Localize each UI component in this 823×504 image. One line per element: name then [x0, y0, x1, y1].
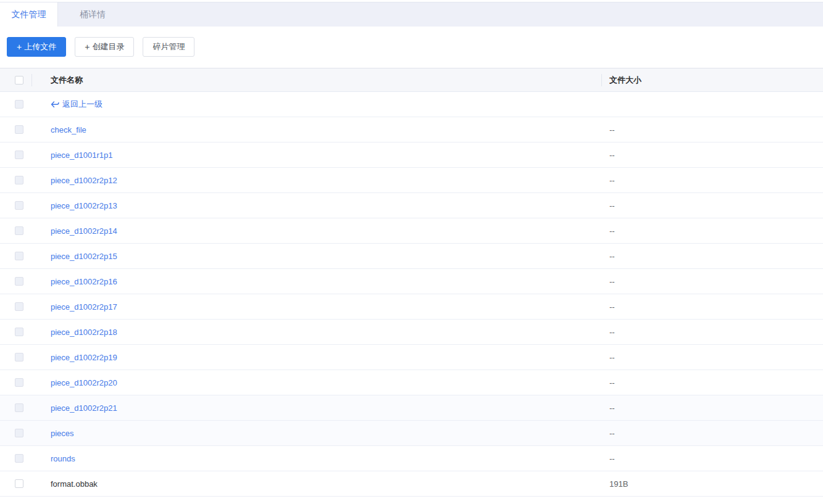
folder-link[interactable]: piece_d1002r2p15: [51, 252, 117, 261]
file-size-cell: --: [602, 201, 823, 210]
row-checkbox: [15, 429, 23, 437]
table-row: piece_d1002r2p20 --: [0, 370, 823, 395]
table-row: format.obbak 191B: [0, 471, 823, 497]
upload-file-button[interactable]: + 上传文件: [7, 37, 66, 57]
select-all-checkbox[interactable]: [15, 76, 23, 85]
table-row: piece_d1002r2p18 --: [0, 320, 823, 345]
back-arrow-icon: [51, 101, 59, 108]
folder-link[interactable]: piece_d1002r2p17: [51, 302, 117, 312]
table-row: pieces --: [0, 421, 823, 446]
upload-file-button-label: 上传文件: [24, 41, 56, 52]
row-checkbox-cell: [0, 328, 31, 336]
plus-icon: +: [85, 43, 90, 51]
folder-link[interactable]: piece_d1002r2p13: [51, 201, 117, 210]
tab-bucket-details[interactable]: 桶详情: [58, 2, 127, 27]
folder-link[interactable]: piece_d1002r2p18: [51, 328, 117, 337]
row-checkbox-cell: [0, 176, 31, 184]
create-directory-button-label: 创建目录: [92, 41, 124, 52]
row-checkbox-cell: [0, 429, 31, 437]
create-directory-button[interactable]: + 创建目录: [75, 37, 134, 57]
plus-icon: +: [17, 43, 22, 51]
row-checkbox-cell: [0, 100, 31, 109]
folder-link[interactable]: piece_d1002r2p14: [51, 226, 117, 236]
file-size-cell: --: [602, 252, 823, 261]
row-checkbox: [15, 353, 23, 361]
row-checkbox: [15, 328, 23, 336]
folder-link[interactable]: check_file: [51, 125, 86, 134]
row-checkbox: [15, 252, 23, 260]
table-row: check_file --: [0, 117, 823, 143]
file-size-value: 191B: [609, 479, 628, 489]
row-checkbox-cell: [0, 353, 31, 361]
file-size-cell: --: [602, 277, 823, 286]
file-size-cell: --: [602, 176, 823, 185]
row-checkbox-cell: [0, 201, 31, 210]
back-to-parent-link[interactable]: 返回上一级: [51, 99, 102, 110]
row-checkbox: [15, 277, 23, 286]
row-checkbox-cell: [0, 403, 31, 412]
table-row: piece_d1002r2p16 --: [0, 269, 823, 294]
row-checkbox-cell: [0, 454, 31, 463]
table-row: piece_d1002r2p21 --: [0, 395, 823, 421]
file-size-cell: --: [602, 429, 823, 438]
file-size-value: --: [609, 277, 615, 286]
folder-link[interactable]: rounds: [51, 454, 75, 463]
fragment-management-button[interactable]: 碎片管理: [143, 37, 194, 57]
folder-link[interactable]: piece_d1001r1p1: [51, 151, 112, 160]
file-size-cell: --: [602, 353, 823, 362]
table-row: rounds --: [0, 446, 823, 471]
table-row: piece_d1002r2p15 --: [0, 244, 823, 269]
toolbar: + 上传文件 + 创建目录 碎片管理: [7, 37, 823, 57]
tab-file-management[interactable]: 文件管理: [0, 2, 58, 27]
file-size-cell: --: [602, 454, 823, 463]
file-size-value: --: [609, 378, 615, 387]
file-table: 文件名称 文件大小 返回上一级 check_file: [0, 68, 823, 497]
file-size-value: --: [609, 403, 615, 413]
row-checkbox: [15, 378, 23, 387]
file-size-value: --: [609, 176, 615, 185]
table-row: piece_d1002r2p14 --: [0, 218, 823, 244]
file-size-cell: --: [602, 302, 823, 312]
folder-link[interactable]: piece_d1002r2p16: [51, 277, 117, 286]
row-checkbox[interactable]: [15, 479, 23, 488]
folder-link[interactable]: piece_d1002r2p19: [51, 353, 117, 362]
file-size-cell: --: [602, 151, 823, 160]
back-to-parent-row: 返回上一级: [0, 92, 823, 117]
folder-link[interactable]: pieces: [51, 429, 74, 438]
row-checkbox: [15, 151, 23, 159]
file-size-value: --: [609, 252, 615, 261]
row-checkbox-cell: [0, 378, 31, 387]
row-checkbox: [15, 176, 23, 184]
table-header-row: 文件名称 文件大小: [0, 68, 823, 92]
file-size-value: --: [609, 429, 615, 438]
row-checkbox-cell: [0, 226, 31, 235]
file-name-column-label: 文件名称: [51, 75, 83, 86]
table-row: piece_d1002r2p17 --: [0, 294, 823, 320]
file-size-value: --: [609, 353, 615, 362]
file-size-cell: --: [602, 328, 823, 337]
table-row: piece_d1002r2p12 --: [0, 168, 823, 193]
file-size-value: --: [609, 201, 615, 210]
folder-link[interactable]: piece_d1002r2p20: [51, 378, 117, 387]
file-size-cell: --: [602, 378, 823, 387]
row-checkbox: [15, 454, 23, 463]
tab-file-management-label: 文件管理: [12, 9, 46, 20]
row-checkbox: [15, 302, 23, 311]
file-size-cell: --: [602, 403, 823, 413]
row-checkbox: [15, 226, 23, 235]
row-checkbox: [15, 125, 23, 134]
folder-link[interactable]: piece_d1002r2p21: [51, 403, 117, 413]
row-checkbox: [15, 403, 23, 412]
table-row: piece_d1002r2p13 --: [0, 193, 823, 218]
file-size-value: --: [609, 151, 615, 160]
row-checkbox-cell: [0, 151, 31, 159]
row-checkbox-cell: [0, 125, 31, 134]
tab-bucket-details-label: 桶详情: [80, 9, 106, 20]
header-checkbox-cell: [0, 76, 31, 85]
table-row: piece_d1001r1p1 --: [0, 143, 823, 168]
row-checkbox: [15, 201, 23, 210]
folder-link[interactable]: piece_d1002r2p12: [51, 176, 117, 185]
tab-bar: 文件管理 桶详情: [0, 2, 823, 27]
back-to-parent-label: 返回上一级: [62, 99, 102, 110]
header-file-size: 文件大小: [602, 75, 823, 86]
